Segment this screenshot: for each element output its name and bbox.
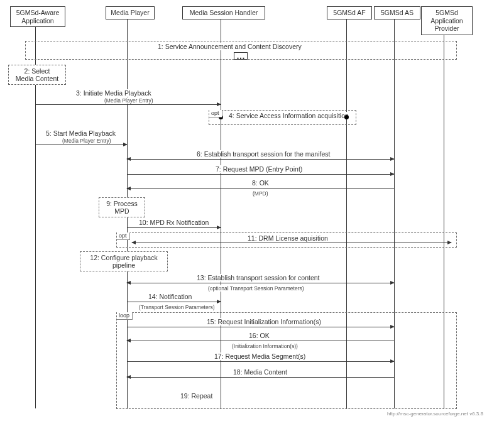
msg-11: 11: DRM License aquisition bbox=[247, 234, 329, 242]
msg-1: 1: Service Announcement and Content Disc… bbox=[157, 43, 302, 50]
opt-label-1: opt bbox=[209, 110, 222, 117]
arrow-15 bbox=[127, 327, 394, 327]
msg-13-sub: (optional Transport Session Parameters) bbox=[207, 285, 305, 292]
arrow-6 bbox=[127, 159, 394, 160]
msg-5: 5: Start Media Playback bbox=[45, 129, 116, 137]
loop-label: loop bbox=[117, 312, 133, 320]
msg-19: 19: Repeat bbox=[180, 392, 213, 400]
actor-5gmsd-as: 5GMSd AS bbox=[374, 6, 420, 19]
actor-5gmsd-aware-app: 5GMSd-Aware Application bbox=[10, 6, 65, 27]
msg-4: 4: Service Access Information acquisitio… bbox=[228, 112, 349, 119]
arrow-17 bbox=[127, 361, 394, 362]
msg-3-sub: (Media Player Entry) bbox=[104, 97, 153, 104]
credit-text: http://msc-generator.sourceforge.net v6.… bbox=[387, 411, 483, 417]
msg-3: 3: Initiate Media Playback bbox=[75, 89, 152, 97]
dot-icon bbox=[344, 115, 349, 119]
msg-14: 14: Notification bbox=[148, 293, 192, 300]
arrow-3 bbox=[35, 104, 221, 105]
arrow-18 bbox=[127, 377, 394, 378]
arrow-5 bbox=[35, 145, 127, 145]
msg-14-sub: (Transport Session Parameters) bbox=[138, 304, 216, 310]
msg-7: 7: Request MPD (Entry Point) bbox=[215, 165, 303, 173]
msg-8-sub: (MPD) bbox=[252, 190, 269, 197]
msg-8: 8: OK bbox=[251, 179, 270, 187]
msg-16-sub: (Initialization Information(s)) bbox=[231, 343, 299, 349]
msg-9: 9: Process MPD bbox=[99, 197, 145, 217]
msg-10: 10: MPD Rx Notification bbox=[138, 219, 209, 226]
arrow-8 bbox=[127, 188, 394, 189]
actor-media-session-handler: Media Session Handler bbox=[182, 6, 265, 19]
arrow-10 bbox=[127, 227, 221, 228]
msg-17: 17: Request Media Segment(s) bbox=[214, 352, 306, 360]
actor-5gmsd-af: 5GMSd AF bbox=[327, 6, 372, 19]
arrow-14 bbox=[127, 302, 221, 302]
msg-5-sub: (Media Player Entry) bbox=[62, 138, 111, 144]
actor-5gmsd-app-provider: 5GMSd Application Provider bbox=[421, 6, 473, 35]
ellipsis-icon: … bbox=[234, 52, 248, 60]
opt-label-2: opt bbox=[117, 232, 130, 240]
msg-6: 6: Establish transport session for the m… bbox=[196, 150, 331, 158]
actor-media-player: Media Player bbox=[106, 6, 155, 19]
arrow-13 bbox=[127, 283, 394, 283]
arrow-7 bbox=[127, 174, 394, 175]
sequence-diagram: 5GMSd-Aware Application Media Player Med… bbox=[6, 6, 498, 420]
msg-13: 13: Establish transport session for cont… bbox=[196, 274, 320, 281]
arrow-11 bbox=[132, 243, 451, 243]
msg-18: 18: Media Content bbox=[233, 368, 288, 376]
msg-12: 12: Configure playback pipeline bbox=[80, 251, 168, 271]
arrow-16 bbox=[127, 341, 394, 341]
msg-15: 15: Request Initialization Information(s… bbox=[206, 318, 322, 325]
msg-16: 16: OK bbox=[248, 332, 270, 339]
msg-2: 2: Select Media Content bbox=[8, 65, 66, 85]
